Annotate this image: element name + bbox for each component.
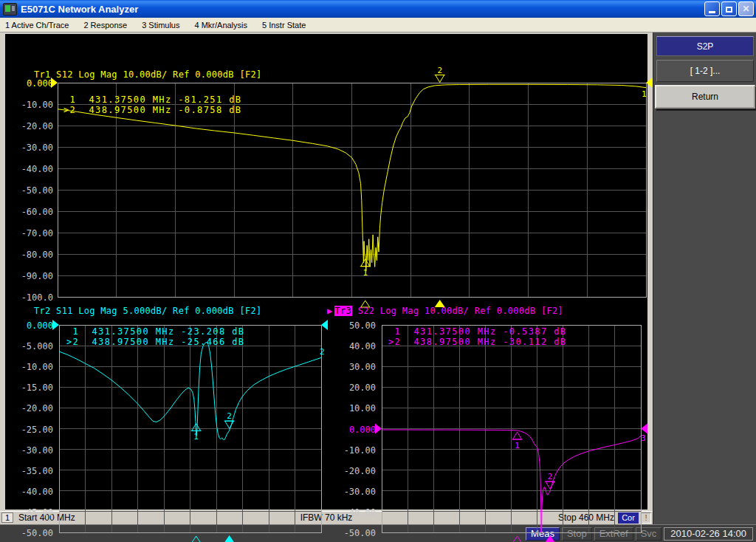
svg-text:3: 3 (641, 433, 646, 443)
y-tick-tr1: -10.00 (9, 100, 53, 110)
instrument-display: Tr1 S12 Log Mag 10.00dB/ Ref 0.000dB [F2… (0, 32, 653, 511)
menu-item-2[interactable]: 2 Response (81, 19, 134, 31)
y-tick-tr2: 0.000 (9, 320, 53, 331)
active-trace-arrow-icon: ▶ (327, 306, 333, 316)
app-icon (3, 3, 17, 16)
minimize-button[interactable] (704, 1, 720, 16)
y-tick-tr3: 20.00 (331, 383, 376, 393)
y-tick-tr1: -20.00 (9, 121, 53, 131)
menu-bar: 1 Active Ch/Trace2 Response3 Stimulus4 M… (0, 18, 756, 32)
trace-name-tr3: Tr3 (334, 306, 353, 316)
y-tick-tr3: -50.00 (331, 528, 376, 538)
y-tick-tr2: -5.000 (9, 341, 53, 351)
restore-icon (726, 7, 732, 13)
y-tick-tr2: -45.00 (9, 507, 53, 518)
chart-header-tr3[interactable]: ▶Tr3 S22 Log Mag 10.00dB/ Ref 0.000dB [F… (327, 306, 563, 316)
svg-text:2: 2 (320, 347, 325, 357)
marker-readout-tr1: 1 431.37500 MHz -81.251 dB>2 438.97500 M… (63, 95, 242, 115)
title-bar: E5071C Network Analyzer ✕ (0, 0, 756, 18)
datetime-display: 2010-02-26 14:00 (664, 527, 753, 541)
menu-item-1[interactable]: 1 Active Ch/Trace (3, 19, 75, 31)
svg-text:1: 1 (362, 268, 368, 278)
marker-readout-tr2: 1 431.37500 MHz -23.208 dB>2 438.97500 M… (66, 326, 245, 347)
menu-item-4[interactable]: 4 Mkr/Analysis (192, 19, 254, 31)
svg-text:1: 1 (193, 432, 199, 442)
y-tick-tr1: -40.00 (9, 164, 53, 174)
y-tick-tr2: -25.00 (9, 425, 53, 435)
svg-text:2: 2 (227, 411, 232, 421)
y-tick-tr1: -60.00 (9, 207, 53, 217)
e5071c-application-window: E5071C Network Analyzer ✕ 1 Active Ch/Tr… (0, 0, 756, 542)
y-tick-tr2: -10.00 (9, 362, 53, 372)
close-button: ✕ (738, 1, 754, 16)
window-title: E5071C Network Analyzer (21, 4, 138, 15)
y-tick-tr3: 30.00 (331, 362, 376, 372)
close-icon: ✕ (742, 2, 749, 16)
y-tick-tr1: -90.00 (9, 271, 53, 281)
svg-text:1: 1 (642, 89, 647, 99)
window-controls: ✕ (704, 1, 754, 16)
menu-item-5[interactable]: 5 Instr State (260, 19, 312, 31)
y-tick-tr2: -20.00 (9, 403, 53, 414)
trace-format-label: S12 Log Mag 10.00dB/ Ref 0.000dB [F2] (51, 69, 262, 80)
y-tick-tr2: -50.00 (9, 528, 53, 538)
y-tick-tr2: -30.00 (9, 445, 53, 456)
y-tick-tr1: -30.00 (9, 143, 53, 153)
y-tick-tr3: -10.00 (331, 445, 376, 456)
svg-text:1: 1 (515, 441, 520, 450)
y-tick-tr1: -50.00 (9, 185, 53, 196)
svg-text:2: 2 (437, 66, 442, 75)
y-tick-tr1: -100.0 (9, 292, 53, 303)
y-tick-tr3: 0.000 (331, 425, 376, 435)
restore-button[interactable] (721, 1, 737, 16)
marker-readout-tr3: 1 431.37500 MHz -0.5387 dB>2 438.97500 M… (388, 326, 567, 347)
softkey-s2p[interactable]: S2P (656, 36, 754, 56)
softkey-1-2[interactable]: [ 1-2 ]... (656, 60, 754, 82)
y-tick-tr2: -35.00 (9, 466, 53, 476)
y-tick-tr3: 10.00 (331, 403, 376, 414)
y-tick-tr3: 50.00 (331, 320, 376, 331)
y-tick-tr3: -30.00 (331, 487, 376, 497)
y-tick-tr1: -70.00 (9, 228, 53, 239)
y-tick-tr2: -15.00 (9, 383, 53, 393)
y-tick-tr1: 0.000 (9, 78, 53, 89)
softkey-sidebar: S2P[ 1-2 ]...Return (653, 32, 756, 524)
y-tick-tr1: -80.00 (9, 250, 53, 260)
trace-name-tr2: Tr2 (34, 306, 51, 316)
chart-header-tr1[interactable]: Tr1 S12 Log Mag 10.00dB/ Ref 0.000dB [F2… (34, 69, 262, 80)
svg-text:2: 2 (548, 472, 553, 481)
minimize-icon (709, 11, 715, 13)
trace-name-tr1: Tr1 (34, 69, 51, 80)
softkey-return[interactable]: Return (655, 85, 755, 109)
trace-format-label: S11 Log Mag 5.000dB/ Ref 0.000dB [F2] (51, 306, 262, 316)
y-tick-tr3: -20.00 (331, 466, 376, 476)
y-tick-tr2: -40.00 (9, 487, 53, 497)
menu-item-3[interactable]: 3 Stimulus (140, 19, 186, 31)
y-tick-tr3: -40.00 (331, 507, 376, 518)
trace-format-label: S22 Log Mag 10.00dB/ Ref 0.000dB [F2] (352, 306, 563, 316)
chart-header-tr2[interactable]: Tr2 S11 Log Mag 5.000dB/ Ref 0.000dB [F2… (34, 306, 262, 316)
y-tick-tr3: 40.00 (331, 341, 376, 351)
